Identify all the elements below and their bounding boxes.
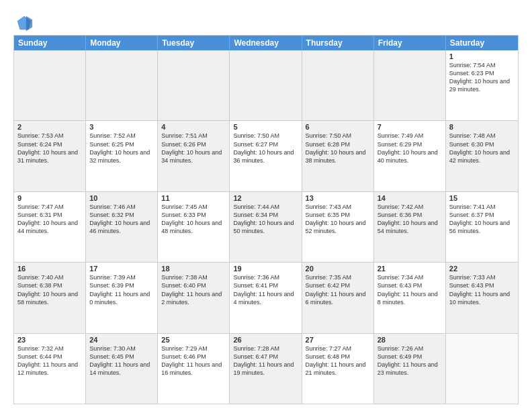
day-info: Sunrise: 7:49 AM Sunset: 6:29 PM Dayligh… [378, 132, 442, 165]
day-info: Sunrise: 7:40 AM Sunset: 6:38 PM Dayligh… [17, 273, 82, 306]
calendar-body: 1Sunrise: 7:54 AM Sunset: 6:23 PM Daylig… [14, 50, 518, 404]
day-info: Sunrise: 7:39 AM Sunset: 6:39 PM Dayligh… [89, 273, 154, 306]
calendar-empty-cell [158, 50, 230, 120]
calendar-day-7: 7Sunrise: 7:49 AM Sunset: 6:29 PM Daylig… [374, 121, 446, 191]
day-info: Sunrise: 7:36 AM Sunset: 6:41 PM Dayligh… [233, 273, 298, 306]
day-number: 11 [161, 194, 226, 202]
page: SundayMondayTuesdayWednesdayThursdayFrid… [0, 0, 532, 411]
calendar-empty-cell [230, 50, 302, 120]
calendar-week-1: 1Sunrise: 7:54 AM Sunset: 6:23 PM Daylig… [14, 50, 518, 120]
calendar-day-20: 20Sunrise: 7:35 AM Sunset: 6:42 PM Dayli… [302, 263, 374, 332]
day-number: 4 [161, 123, 226, 131]
day-info: Sunrise: 7:48 AM Sunset: 6:30 PM Dayligh… [449, 132, 515, 165]
day-number: 13 [306, 194, 370, 202]
day-info: Sunrise: 7:50 AM Sunset: 6:27 PM Dayligh… [233, 132, 298, 165]
day-info: Sunrise: 7:43 AM Sunset: 6:35 PM Dayligh… [306, 203, 370, 236]
day-info: Sunrise: 7:30 AM Sunset: 6:45 PM Dayligh… [89, 345, 154, 377]
day-number: 26 [233, 336, 298, 344]
day-info: Sunrise: 7:54 AM Sunset: 6:23 PM Dayligh… [449, 61, 515, 94]
day-info: Sunrise: 7:52 AM Sunset: 6:25 PM Dayligh… [89, 132, 154, 165]
calendar-day-26: 26Sunrise: 7:28 AM Sunset: 6:47 PM Dayli… [230, 334, 302, 404]
day-number: 15 [449, 194, 515, 202]
header-day-tuesday: Tuesday [158, 36, 230, 50]
calendar-day-3: 3Sunrise: 7:52 AM Sunset: 6:25 PM Daylig… [86, 121, 158, 191]
calendar-day-14: 14Sunrise: 7:42 AM Sunset: 6:36 PM Dayli… [374, 192, 446, 262]
header-day-sunday: Sunday [14, 36, 86, 50]
day-number: 27 [306, 336, 370, 344]
day-number: 16 [17, 265, 82, 273]
calendar-day-12: 12Sunrise: 7:44 AM Sunset: 6:34 PM Dayli… [230, 192, 302, 262]
calendar-day-17: 17Sunrise: 7:39 AM Sunset: 6:39 PM Dayli… [86, 263, 158, 332]
day-number: 7 [378, 123, 442, 131]
header-day-wednesday: Wednesday [230, 36, 302, 50]
day-number: 17 [89, 265, 154, 273]
calendar: SundayMondayTuesdayWednesdayThursdayFrid… [13, 35, 519, 404]
day-info: Sunrise: 7:44 AM Sunset: 6:34 PM Dayligh… [233, 203, 298, 236]
calendar-day-1: 1Sunrise: 7:54 AM Sunset: 6:23 PM Daylig… [446, 50, 518, 120]
calendar-week-3: 9Sunrise: 7:47 AM Sunset: 6:31 PM Daylig… [14, 191, 518, 262]
calendar-header: SundayMondayTuesdayWednesdayThursdayFrid… [14, 36, 518, 50]
day-number: 20 [306, 265, 370, 273]
day-number: 2 [17, 123, 82, 131]
day-number: 24 [89, 336, 154, 344]
calendar-week-4: 16Sunrise: 7:40 AM Sunset: 6:38 PM Dayli… [14, 262, 518, 332]
logo [13, 13, 34, 30]
day-number: 21 [378, 265, 442, 273]
day-info: Sunrise: 7:46 AM Sunset: 6:32 PM Dayligh… [89, 203, 154, 236]
calendar-day-11: 11Sunrise: 7:45 AM Sunset: 6:33 PM Dayli… [158, 192, 230, 262]
calendar-day-5: 5Sunrise: 7:50 AM Sunset: 6:27 PM Daylig… [230, 121, 302, 191]
calendar-day-9: 9Sunrise: 7:47 AM Sunset: 6:31 PM Daylig… [14, 192, 86, 262]
day-number: 3 [89, 123, 154, 131]
calendar-empty-cell [446, 334, 518, 404]
calendar-empty-cell [86, 50, 158, 120]
day-number: 9 [17, 194, 82, 202]
calendar-day-19: 19Sunrise: 7:36 AM Sunset: 6:41 PM Dayli… [230, 263, 302, 332]
day-number: 14 [378, 194, 442, 202]
calendar-day-23: 23Sunrise: 7:32 AM Sunset: 6:44 PM Dayli… [14, 334, 86, 404]
calendar-day-4: 4Sunrise: 7:51 AM Sunset: 6:26 PM Daylig… [158, 121, 230, 191]
header-day-monday: Monday [86, 36, 158, 50]
header-day-saturday: Saturday [446, 36, 518, 50]
day-info: Sunrise: 7:38 AM Sunset: 6:40 PM Dayligh… [161, 273, 226, 306]
calendar-week-5: 23Sunrise: 7:32 AM Sunset: 6:44 PM Dayli… [14, 333, 518, 404]
day-info: Sunrise: 7:32 AM Sunset: 6:44 PM Dayligh… [17, 345, 82, 377]
day-number: 23 [17, 336, 82, 344]
header-day-friday: Friday [374, 36, 446, 50]
header-day-thursday: Thursday [302, 36, 374, 50]
day-info: Sunrise: 7:28 AM Sunset: 6:47 PM Dayligh… [233, 345, 298, 377]
svg-marker-1 [26, 16, 32, 31]
calendar-day-27: 27Sunrise: 7:27 AM Sunset: 6:48 PM Dayli… [302, 334, 374, 404]
day-number: 5 [233, 123, 298, 131]
day-info: Sunrise: 7:41 AM Sunset: 6:37 PM Dayligh… [449, 203, 515, 236]
day-number: 18 [161, 265, 226, 273]
day-info: Sunrise: 7:33 AM Sunset: 6:43 PM Dayligh… [449, 273, 515, 306]
calendar-week-2: 2Sunrise: 7:53 AM Sunset: 6:24 PM Daylig… [14, 120, 518, 191]
day-info: Sunrise: 7:26 AM Sunset: 6:49 PM Dayligh… [378, 345, 442, 377]
day-number: 6 [306, 123, 370, 131]
calendar-day-18: 18Sunrise: 7:38 AM Sunset: 6:40 PM Dayli… [158, 263, 230, 332]
day-info: Sunrise: 7:53 AM Sunset: 6:24 PM Dayligh… [17, 132, 82, 165]
day-info: Sunrise: 7:50 AM Sunset: 6:28 PM Dayligh… [306, 132, 370, 165]
day-info: Sunrise: 7:34 AM Sunset: 6:43 PM Dayligh… [378, 273, 442, 306]
day-info: Sunrise: 7:51 AM Sunset: 6:26 PM Dayligh… [161, 132, 226, 165]
day-number: 25 [161, 336, 226, 344]
day-number: 1 [449, 52, 515, 60]
day-info: Sunrise: 7:45 AM Sunset: 6:33 PM Dayligh… [161, 203, 226, 236]
day-number: 8 [449, 123, 515, 131]
calendar-empty-cell [14, 50, 86, 120]
day-number: 12 [233, 194, 298, 202]
calendar-day-6: 6Sunrise: 7:50 AM Sunset: 6:28 PM Daylig… [302, 121, 374, 191]
calendar-empty-cell [302, 50, 374, 120]
day-info: Sunrise: 7:47 AM Sunset: 6:31 PM Dayligh… [17, 203, 82, 236]
day-number: 22 [449, 265, 515, 273]
calendar-day-24: 24Sunrise: 7:30 AM Sunset: 6:45 PM Dayli… [86, 334, 158, 404]
calendar-day-10: 10Sunrise: 7:46 AM Sunset: 6:32 PM Dayli… [86, 192, 158, 262]
calendar-day-13: 13Sunrise: 7:43 AM Sunset: 6:35 PM Dayli… [302, 192, 374, 262]
day-info: Sunrise: 7:27 AM Sunset: 6:48 PM Dayligh… [306, 345, 370, 377]
header [13, 11, 519, 30]
day-number: 28 [378, 336, 442, 344]
calendar-day-2: 2Sunrise: 7:53 AM Sunset: 6:24 PM Daylig… [14, 121, 86, 191]
calendar-day-15: 15Sunrise: 7:41 AM Sunset: 6:37 PM Dayli… [446, 192, 518, 262]
day-info: Sunrise: 7:35 AM Sunset: 6:42 PM Dayligh… [306, 273, 370, 306]
day-info: Sunrise: 7:42 AM Sunset: 6:36 PM Dayligh… [378, 203, 442, 236]
